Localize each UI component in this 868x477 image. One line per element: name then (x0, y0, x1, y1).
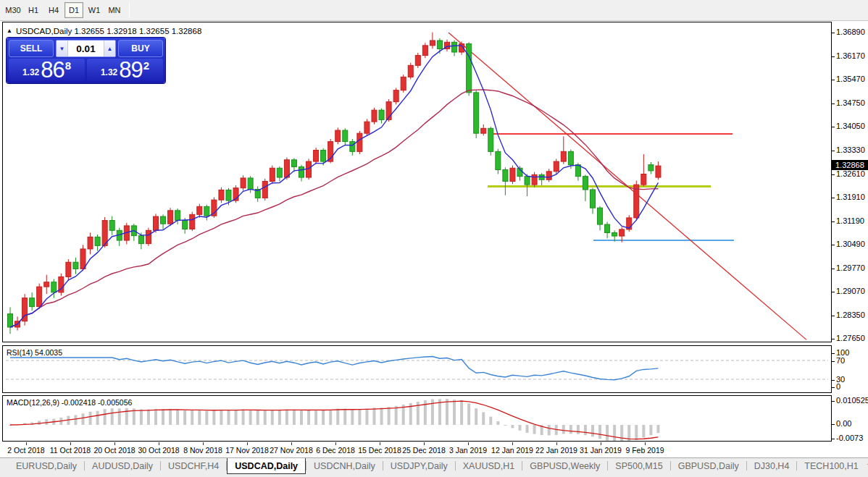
date-label: 25 Dec 2018 (402, 446, 446, 455)
rsi-line (10, 357, 658, 380)
tab-tech100-h1[interactable]: TECH100,H1 (797, 458, 865, 473)
price-axis-label: 1.29070 (832, 287, 865, 295)
date-tick (291, 442, 292, 445)
date-tick (247, 442, 248, 445)
price-axis-label: 1.33330 (832, 145, 865, 154)
date-label: 27 Nov 2018 (270, 446, 313, 455)
price-axis-label: 1.32610 (832, 169, 865, 178)
timeframe-button-mn[interactable]: MN (105, 2, 124, 18)
timeframe-button-d1[interactable]: D1 (64, 2, 83, 18)
toolbar-separator (129, 2, 130, 18)
sell-price-pip: 8 (65, 59, 71, 72)
tab-usdcad-daily[interactable]: USDCAD,Daily (227, 458, 306, 474)
date-tick (114, 442, 115, 445)
rsi-axis-label: 70 (832, 356, 845, 365)
volume-increase-icon[interactable]: ▲ (104, 41, 115, 56)
macd-axis-label: 0.010525 (832, 396, 868, 405)
date-tick (556, 442, 557, 445)
tab-xauusd-h1[interactable]: XAUUSD,H1 (456, 458, 522, 473)
date-tick (159, 442, 159, 445)
tab-usdcnh-daily[interactable]: USDCNH,Daily (306, 458, 383, 473)
price-axis-label: 1.27650 (832, 334, 865, 342)
timeframe-button-w1[interactable]: W1 (85, 2, 104, 18)
macd-label: MACD(12,26,9) -0.002418 -0.005056 (7, 398, 132, 407)
price-axis-label: 1.34750 (832, 98, 865, 107)
date-label: 22 Jan 2019 (535, 446, 577, 455)
date-label: 3 Jan 2019 (449, 446, 487, 455)
date-label: 15 Dec 2018 (358, 446, 401, 455)
tab-gbpusd-weekly[interactable]: GBPUSD,Weekly (522, 458, 607, 473)
main-chart-panel[interactable]: ▲ USDCAD,Daily 1.32655 1.32918 1.32655 1… (2, 22, 832, 342)
date-tick (512, 442, 513, 445)
date-axis[interactable]: 2 Oct 201811 Oct 201820 Oct 201830 Oct 2… (0, 442, 868, 457)
date-label: 30 Oct 2018 (138, 446, 179, 455)
price-axis-label: 1.30490 (832, 240, 865, 248)
date-tick (203, 442, 204, 445)
buy-price-prefix: 1.32 (101, 67, 117, 77)
sell-button[interactable]: SELL (9, 40, 54, 57)
tab-audusd-daily[interactable]: AUDUSD,Daily (85, 458, 160, 473)
date-label: 17 Nov 2018 (225, 446, 269, 455)
tab-gbpusd-daily[interactable]: GBPUSD,Daily (671, 458, 746, 473)
price-axis-label: 1.31190 (832, 216, 864, 225)
price-axis-label: 1.31910 (832, 193, 865, 201)
macd-axis-label: -0.0073 (832, 434, 863, 442)
date-tick (601, 442, 601, 445)
date-label: 2 Oct 2018 (7, 446, 44, 455)
mt4-window: M30H1H4D1W1MN ▲ USDCAD,Daily 1.32655 1.3… (0, 0, 868, 477)
date-tick (380, 442, 380, 445)
price-axis-label: 1.36890 (832, 28, 865, 36)
buy-button[interactable]: BUY (118, 40, 163, 57)
date-label: 6 Dec 2018 (316, 446, 355, 455)
date-tick (26, 442, 27, 445)
date-label: 9 Feb 2019 (625, 446, 664, 455)
current-price-tag: 1.32868 (832, 160, 868, 170)
tab-usdjpy-daily[interactable]: USDJPY,Daily (383, 458, 455, 473)
price-axis-label: 1.35470 (832, 75, 865, 83)
volume-input[interactable]: 0.01 (68, 41, 104, 56)
timeframe-button-h1[interactable]: H1 (24, 2, 43, 18)
date-tick (468, 442, 469, 445)
price-axis-label: 1.34050 (832, 122, 865, 130)
buy-price-big: 89 (119, 60, 142, 80)
one-click-trading-panel: SELL ▼ 0.01 ▲ BUY 1.32 86 8 1.32 89 2 (7, 38, 165, 83)
volume-decrease-icon[interactable]: ▼ (57, 41, 68, 56)
date-label: 11 Oct 2018 (50, 446, 91, 455)
price-axis-label: 1.28350 (832, 311, 865, 319)
date-label: 8 Nov 2018 (183, 446, 222, 455)
rsi-label: RSI(14) 54.0035 (7, 348, 62, 357)
price-axis[interactable]: 1.368901.361701.354701.347501.340501.333… (832, 22, 868, 442)
chart-title: ▲ USDCAD,Daily 1.32655 1.32918 1.32655 1… (7, 27, 201, 35)
date-tick (70, 442, 71, 445)
tab-dj30-h4[interactable]: DJ30,H4 (747, 458, 797, 473)
macd-signal-line (10, 401, 658, 439)
date-label: 31 Jan 2019 (580, 446, 622, 455)
buy-price-pip: 2 (143, 59, 149, 72)
slow-moving-average (10, 90, 658, 327)
date-label: 20 Oct 2018 (93, 446, 135, 455)
rsi-axis-label: 0 (832, 382, 840, 391)
collapse-panel-icon[interactable]: ▲ (7, 28, 12, 34)
rsi-indicator-panel[interactable]: RSI(14) 54.0035 (2, 345, 832, 393)
rsi-chart[interactable] (3, 346, 831, 392)
sell-price-prefix: 1.32 (22, 67, 39, 77)
price-axis-label: 1.36170 (832, 51, 865, 60)
tab-usdchf-h4[interactable]: USDCHF,H4 (161, 458, 226, 473)
price-axis-label: 1.29770 (832, 263, 865, 272)
tab-sp500-m15[interactable]: SP500,M15 (608, 458, 669, 473)
date-tick (424, 442, 425, 445)
sell-price[interactable]: 1.32 86 8 (9, 59, 85, 81)
chart-title-text: USDCAD,Daily 1.32655 1.32918 1.32655 1.3… (16, 27, 201, 35)
timeframe-toolbar: M30H1H4D1W1MN (0, 0, 868, 21)
timeframe-button-m30[interactable]: M30 (4, 2, 22, 18)
tab-eurusd-daily[interactable]: EURUSD,Daily (9, 458, 84, 473)
date-tick (335, 442, 336, 445)
timeframe-button-h4[interactable]: H4 (44, 2, 63, 18)
date-tick (645, 442, 646, 445)
macd-indicator-panel[interactable]: MACD(12,26,9) -0.002418 -0.005056 (2, 395, 832, 442)
date-label: 12 Jan 2019 (491, 446, 533, 455)
horizontal-lines[interactable] (488, 134, 734, 240)
symbol-tab-bar: EURUSD,DailyAUDUSD,DailyUSDCHF,H4USDCAD,… (0, 457, 868, 477)
volume-stepper: ▼ 0.01 ▲ (56, 40, 116, 57)
buy-price[interactable]: 1.32 89 2 (87, 59, 163, 81)
